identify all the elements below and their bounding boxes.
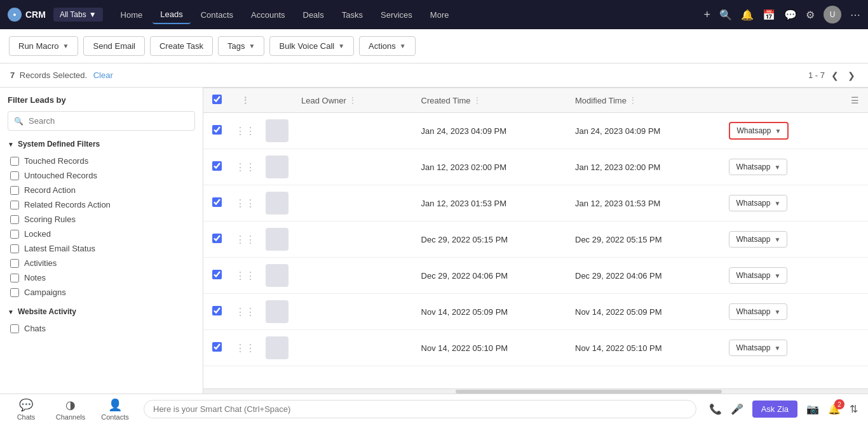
filter-item-untouched[interactable]: Untouched Records: [8, 168, 195, 183]
whatsapp-button[interactable]: Whatsapp ▼: [729, 231, 787, 248]
whatsapp-button[interactable]: Whatsapp ▼: [729, 267, 787, 284]
email-status-checkbox[interactable]: [10, 244, 19, 253]
record-action-checkbox[interactable]: [10, 186, 19, 195]
row-owner-cell: [294, 222, 414, 258]
filter-item-touched[interactable]: Touched Records: [8, 154, 195, 168]
next-page-button[interactable]: ❯: [845, 69, 858, 82]
website-activity-header[interactable]: ▼ Website Activity: [8, 307, 195, 316]
tags-button[interactable]: Tags ▼: [218, 36, 264, 56]
whatsapp-button[interactable]: Whatsapp ▼: [729, 122, 789, 140]
filter-item-related-records[interactable]: Related Records Action: [8, 197, 195, 212]
chats-checkbox[interactable]: [10, 324, 19, 333]
chevron-down-icon: ▼: [89, 10, 97, 19]
row-avatar: [266, 192, 288, 215]
row-checkbox[interactable]: [212, 270, 222, 279]
zia-button[interactable]: Ask Zia: [752, 401, 797, 418]
bottom-channels[interactable]: ◑ Channels: [55, 398, 86, 421]
filter-item-notes[interactable]: Notes: [8, 270, 195, 285]
smart-chat-input[interactable]: [144, 400, 696, 418]
untouched-checkbox[interactable]: [10, 171, 19, 180]
filter-item-record-action[interactable]: Record Action: [8, 183, 195, 197]
row-checkbox[interactable]: [212, 197, 222, 207]
locked-checkbox[interactable]: [10, 230, 19, 239]
chat-icon[interactable]: 💬: [784, 9, 797, 21]
whatsapp-button[interactable]: Whatsapp ▼: [729, 340, 787, 356]
filter-item-locked[interactable]: Locked: [8, 227, 195, 241]
bulk-voice-call-button[interactable]: Bulk Voice Call ▼: [269, 36, 354, 56]
nav-link-services[interactable]: Services: [373, 6, 420, 23]
scoring-checkbox[interactable]: [10, 215, 19, 224]
row-checkbox[interactable]: [212, 125, 222, 135]
bottom-contacts[interactable]: 👤 Contacts: [99, 398, 131, 421]
horizontal-scrollbar[interactable]: [203, 388, 868, 394]
row-drag-button[interactable]: ⋮⋮: [235, 270, 255, 282]
grid-menu-icon[interactable]: ⋯: [850, 9, 860, 21]
search-icon[interactable]: 🔍: [719, 9, 732, 21]
chevron-down-icon: ▼: [63, 43, 69, 50]
row-drag-button[interactable]: ⋮⋮: [235, 234, 255, 246]
run-macro-button[interactable]: Run Macro ▼: [9, 36, 78, 56]
row-checkbox[interactable]: [212, 306, 222, 315]
filter-item-chats[interactable]: Chats: [8, 321, 195, 336]
calendar-icon[interactable]: 📅: [763, 9, 775, 21]
row-avatar: [266, 119, 288, 142]
nav-link-deals[interactable]: Deals: [295, 6, 332, 23]
nav-link-accounts[interactable]: Accounts: [243, 6, 292, 23]
campaigns-checkbox[interactable]: [10, 288, 19, 297]
row-created-cell: Jan 24, 2023 04:09 PM: [414, 113, 567, 149]
bottom-chats[interactable]: 💬 Chats: [10, 398, 42, 421]
filter-item-activities[interactable]: Activities: [8, 256, 195, 270]
actions-button[interactable]: Actions ▼: [359, 36, 416, 56]
system-filters-header[interactable]: ▼ System Defined Filters: [8, 140, 195, 149]
row-dots-cell: ⋮⋮: [230, 330, 261, 366]
nav-link-tasks[interactable]: Tasks: [334, 6, 370, 23]
prev-page-button[interactable]: ❮: [829, 69, 841, 82]
nav-link-contacts[interactable]: Contacts: [193, 6, 241, 23]
notes-checkbox[interactable]: [10, 274, 19, 282]
whatsapp-button[interactable]: Whatsapp ▼: [729, 159, 787, 175]
row-checkbox[interactable]: [212, 234, 222, 243]
nav-link-leads[interactable]: Leads: [153, 6, 190, 24]
send-email-button[interactable]: Send Email: [83, 36, 144, 56]
column-settings-button[interactable]: ☰: [851, 95, 859, 105]
whatsapp-button[interactable]: Whatsapp ▼: [729, 195, 787, 211]
bottom-bar: 💬 Chats ◑ Channels 👤 Contacts 📞 🎤 Ask Zi…: [0, 394, 868, 424]
select-all-checkbox[interactable]: [212, 95, 222, 104]
nav-link-more[interactable]: More: [423, 6, 457, 23]
all-tabs-button[interactable]: All Tabs ▼: [53, 8, 103, 22]
chevron-down-icon: ▼: [774, 345, 780, 352]
clear-link[interactable]: Clear: [93, 70, 113, 80]
row-drag-button[interactable]: ⋮⋮: [235, 342, 255, 354]
related-records-checkbox[interactable]: [10, 201, 19, 209]
chevron-down-icon: ▼: [774, 308, 780, 315]
row-drag-button[interactable]: ⋮⋮: [235, 197, 255, 209]
filter-item-scoring[interactable]: Scoring Rules: [8, 212, 195, 227]
nav-logo: ● CRM: [8, 8, 46, 22]
screen-share-icon[interactable]: 📷: [806, 403, 819, 415]
phone-icon[interactable]: 📞: [709, 403, 722, 415]
row-checkbox[interactable]: [212, 161, 222, 171]
record-count-info: 7 Records Selected. Clear: [10, 70, 113, 80]
filter-item-campaigns[interactable]: Campaigns: [8, 285, 195, 300]
avatar[interactable]: U: [824, 6, 841, 23]
whatsapp-button[interactable]: Whatsapp ▼: [729, 303, 787, 320]
settings-icon[interactable]: ⚙: [806, 9, 815, 21]
row-drag-button[interactable]: ⋮⋮: [235, 306, 255, 318]
row-drag-button[interactable]: ⋮⋮: [235, 125, 255, 137]
touched-checkbox[interactable]: [10, 157, 19, 166]
create-icon[interactable]: +: [703, 8, 710, 22]
row-avatar: [266, 336, 288, 359]
col-header-created: Created Time ⋮: [414, 88, 567, 113]
expand-icon[interactable]: ⇅: [850, 403, 858, 415]
chevron-down-icon: ▼: [8, 141, 14, 148]
notification-icon[interactable]: 🔔: [741, 9, 754, 21]
activities-checkbox[interactable]: [10, 259, 19, 268]
row-drag-button[interactable]: ⋮⋮: [235, 161, 255, 173]
nav-link-home[interactable]: Home: [113, 6, 151, 23]
search-input[interactable]: [8, 111, 195, 131]
row-settings-cell: [841, 185, 868, 222]
filter-item-email-status[interactable]: Latest Email Status: [8, 241, 195, 256]
microphone-icon[interactable]: 🎤: [731, 403, 743, 415]
create-task-button[interactable]: Create Task: [150, 36, 213, 56]
row-checkbox[interactable]: [212, 342, 222, 352]
